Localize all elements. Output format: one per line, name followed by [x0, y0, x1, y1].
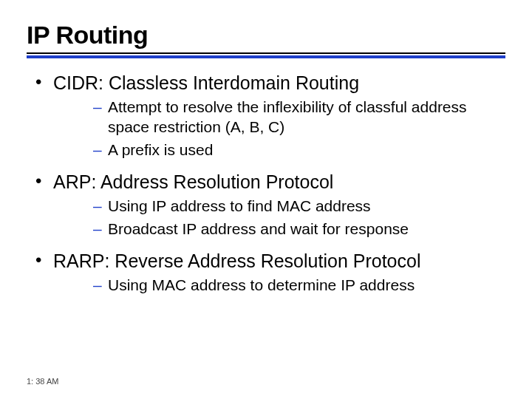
- bullet-l2: A prefix is used: [93, 139, 505, 162]
- bullet-l2: Using IP address to find MAC address: [93, 195, 505, 218]
- bullet-l1: CIDR: Classless Interdomain Routing Atte…: [33, 69, 505, 168]
- title-underline-thick: [27, 55, 505, 58]
- bullet-l2: Using MAC address to determine IP addres…: [93, 274, 505, 297]
- bullet-l2: Broadcast IP address and wait for respon…: [93, 218, 505, 241]
- bullet-l1: RARP: Reverse Address Resolution Protoco…: [33, 247, 505, 303]
- sub-list: Using IP address to find MAC address Bro…: [53, 195, 505, 241]
- bullet-l1-text: ARP: Address Resolution Protocol: [53, 171, 333, 192]
- slide-title: IP Routing: [27, 21, 505, 50]
- bullet-l2: Attempt to resolve the inflexibility of …: [93, 96, 505, 139]
- title-underline-thin: [27, 52, 505, 54]
- slide: IP Routing CIDR: Classless Interdomain R…: [0, 0, 532, 399]
- bullet-list: CIDR: Classless Interdomain Routing Atte…: [27, 69, 505, 303]
- sub-list: Using MAC address to determine IP addres…: [53, 274, 505, 297]
- bullet-l1: ARP: Address Resolution Protocol Using I…: [33, 168, 505, 247]
- timestamp: 1: 38 AM: [27, 377, 58, 386]
- sub-list: Attempt to resolve the inflexibility of …: [53, 96, 505, 162]
- bullet-l1-text: RARP: Reverse Address Resolution Protoco…: [53, 250, 420, 271]
- bullet-l1-text: CIDR: Classless Interdomain Routing: [53, 72, 359, 93]
